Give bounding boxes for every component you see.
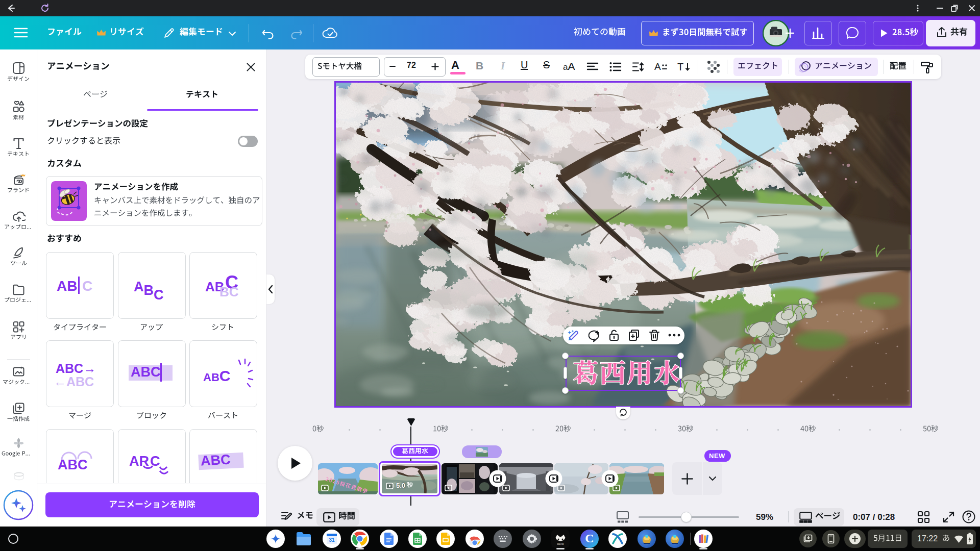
svg-text:31: 31 [329, 537, 335, 543]
svg-text:A: A [654, 61, 661, 72]
svg-text:MEOW: MEOW [557, 543, 564, 545]
svg-text:T: T [677, 61, 683, 72]
